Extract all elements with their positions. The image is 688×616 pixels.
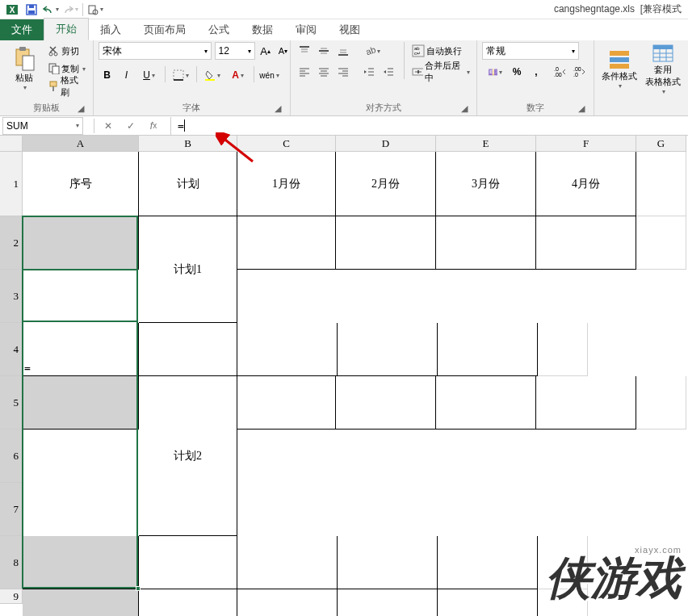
cell-D6[interactable] [237, 589, 338, 616]
merge-center-button[interactable]: 合并后居中 [410, 63, 472, 81]
clipboard-dialog-launcher[interactable]: ◢ [75, 103, 86, 114]
cell-C1[interactable]: 1月份 [237, 152, 336, 216]
grid-cells[interactable]: 序号计划1月份2月份3月份4月份计划1=计划2计划1 [23, 152, 686, 616]
cell-F5[interactable] [438, 536, 538, 589]
fill-handle[interactable] [136, 586, 141, 591]
cell-B2[interactable]: 计划1 [139, 216, 237, 323]
row-header-5[interactable]: 5 [0, 376, 23, 430]
cell-E5[interactable] [338, 536, 438, 589]
tab-review[interactable]: 审阅 [284, 19, 328, 40]
column-header-C[interactable]: C [237, 136, 336, 152]
cell-D3[interactable] [237, 323, 338, 376]
column-header-B[interactable]: B [139, 136, 237, 152]
alignment-dialog-launcher[interactable]: ◢ [459, 103, 470, 114]
conditional-format-button[interactable]: 条件格式 [599, 42, 640, 95]
formula-input[interactable]: = [170, 117, 688, 135]
increase-decimal-button[interactable]: .0.00 [552, 63, 569, 81]
tab-view[interactable]: 视图 [328, 19, 371, 40]
cell-A1[interactable]: 序号 [23, 152, 139, 216]
row-header-1[interactable]: 1 [0, 152, 23, 216]
align-right-button[interactable] [334, 63, 352, 81]
cell-G5[interactable] [538, 536, 588, 589]
column-header-A[interactable]: A [23, 136, 139, 152]
font-name-select[interactable]: 宋体▾ [99, 42, 212, 60]
select-all-corner[interactable] [0, 136, 23, 152]
cell-D5[interactable] [237, 536, 338, 589]
align-center-button[interactable] [315, 63, 333, 81]
cell-E4[interactable] [436, 376, 536, 430]
font-size-select[interactable]: 12▾ [215, 42, 255, 60]
cell-G6[interactable] [538, 589, 588, 616]
number-format-select[interactable]: 常规▾ [482, 42, 579, 60]
cell-A3[interactable]: = [23, 323, 139, 376]
cancel-formula-button[interactable]: ✕ [99, 117, 117, 135]
font-dialog-launcher[interactable]: ◢ [272, 103, 283, 114]
cell-F2[interactable] [536, 216, 636, 270]
cell-A4[interactable] [23, 376, 139, 430]
border-button[interactable] [169, 66, 193, 84]
cell-A2[interactable] [23, 216, 139, 270]
font-color-button[interactable]: A [226, 66, 250, 84]
format-painter-button[interactable]: 格式刷 [47, 78, 88, 95]
italic-button[interactable]: I [118, 66, 136, 84]
align-middle-button[interactable] [315, 42, 333, 60]
tab-file[interactable]: 文件 [0, 19, 44, 40]
align-bottom-button[interactable] [334, 42, 352, 60]
tab-insert[interactable]: 插入 [89, 19, 132, 40]
row-header-6[interactable]: 6 [0, 430, 23, 483]
column-header-E[interactable]: E [436, 136, 536, 152]
tab-data[interactable]: 数据 [241, 19, 284, 40]
wrap-text-button[interactable]: abc↵自动换行 [410, 42, 472, 60]
tab-home[interactable]: 开始 [44, 18, 89, 40]
row-header-7[interactable]: 7 [0, 483, 23, 536]
accounting-format-button[interactable]: 💷 [482, 63, 506, 81]
comma-button[interactable]: , [527, 63, 545, 81]
tab-page-layout[interactable]: 页面布局 [132, 19, 197, 40]
cell-A5[interactable] [23, 536, 139, 589]
cell-C3[interactable] [139, 323, 237, 376]
cell-A6[interactable] [23, 589, 139, 616]
cell-B1[interactable]: 计划 [139, 152, 237, 216]
cell-C2[interactable] [237, 216, 336, 270]
cell-E3[interactable] [338, 323, 438, 376]
cell-F4[interactable] [536, 376, 636, 430]
align-top-button[interactable] [296, 42, 313, 60]
cell-D2[interactable] [336, 216, 436, 270]
cell-F3[interactable] [438, 323, 538, 376]
name-box[interactable]: SUM▾ [2, 117, 83, 135]
decrease-font-button[interactable]: A▾ [276, 42, 291, 60]
cell-C5[interactable] [139, 536, 237, 589]
redo-button[interactable] [61, 1, 79, 19]
cell-G4[interactable] [636, 376, 686, 430]
cell-E6[interactable] [338, 589, 438, 616]
paste-button[interactable]: 粘贴 [5, 42, 44, 95]
format-as-table-button[interactable]: 套用 表格格式 [643, 42, 683, 95]
cell-E2[interactable] [436, 216, 536, 270]
number-dialog-launcher[interactable]: ◢ [576, 103, 587, 114]
cell-B4[interactable]: 计划2 [139, 376, 237, 536]
cell-G3[interactable] [538, 323, 588, 376]
save-button[interactable] [23, 1, 40, 19]
fill-color-button[interactable] [200, 66, 224, 84]
underline-button[interactable]: U [137, 66, 162, 84]
bold-button[interactable]: B [99, 66, 116, 84]
cell-E1[interactable]: 3月份 [436, 152, 536, 216]
cell-F6[interactable] [438, 589, 538, 616]
increase-font-button[interactable]: A▴ [258, 42, 273, 60]
column-header-F[interactable]: F [536, 136, 636, 152]
row-header-8[interactable]: 8 [0, 536, 23, 589]
row-header-2[interactable]: 2 [0, 216, 23, 270]
row-header-3[interactable]: 3 [0, 270, 23, 323]
cell-D4[interactable] [336, 376, 436, 430]
decrease-decimal-button[interactable]: .00.0 [571, 63, 589, 81]
cell-C6[interactable] [139, 589, 237, 616]
tab-formulas[interactable]: 公式 [197, 19, 241, 40]
column-header-G[interactable]: G [636, 136, 686, 152]
insert-function-button[interactable]: fx [145, 117, 162, 135]
phonetic-button[interactable]: wén [258, 66, 282, 84]
enter-formula-button[interactable]: ✓ [122, 117, 140, 135]
row-header-9[interactable]: 9 [0, 589, 23, 604]
align-left-button[interactable] [296, 63, 313, 81]
cell-G2[interactable] [636, 216, 686, 270]
cut-button[interactable]: 剪切 [47, 42, 88, 60]
